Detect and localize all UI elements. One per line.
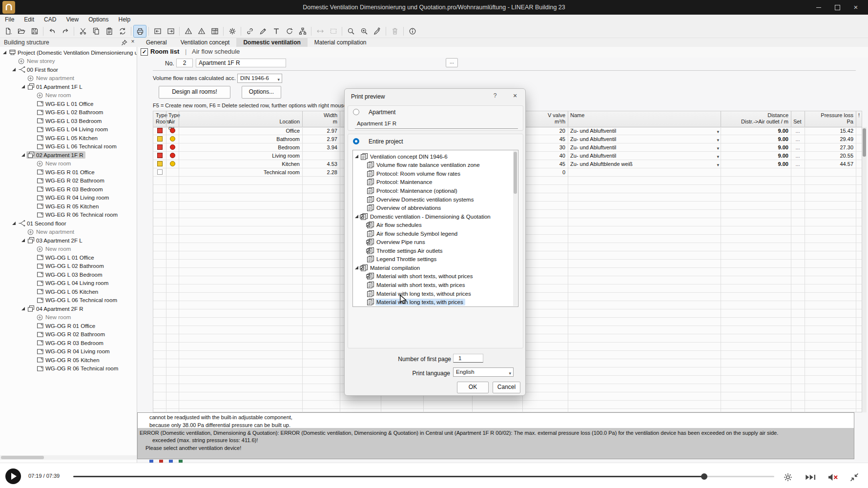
tree-item[interactable]: WG-OG R 02 Bathroom [0,330,137,339]
room-list-checkbox[interactable]: ✓ [141,48,148,56]
tab-room-list[interactable]: Room list [150,48,179,55]
zoom-icon[interactable] [345,25,357,37]
sync-icon[interactable] [283,25,295,37]
tree-item[interactable]: WG-OG L 06 Technical room [0,296,137,305]
delete-trash-icon[interactable] [389,25,401,37]
tree-item[interactable]: WG-EG R 06 Technical room [0,211,137,220]
volume-muted-icon[interactable] [827,471,839,483]
tree-item[interactable]: New storey [0,57,137,66]
tree-item[interactable]: New room [0,160,137,168]
first-page-input[interactable]: 1 [453,354,483,363]
error-message-line[interactable]: ERROR (Domestic ventilation, Dimensionin… [140,429,778,437]
progress-bar[interactable] [73,476,774,477]
menu-options[interactable]: Options [83,16,113,23]
progress-knob[interactable] [701,473,707,480]
errors-icon[interactable] [195,25,207,37]
open-folder-icon[interactable] [15,25,27,37]
chevron-down-icon[interactable]: ▾ [717,153,719,160]
tree-item[interactable]: WG-EG L 06 Technical room [0,142,137,151]
chevron-down-icon[interactable]: ▾ [717,128,719,135]
print-item[interactable]: >Material with long texts, with prices [361,298,465,306]
settings-gear-icon[interactable] [226,25,238,37]
playback-speed-icon[interactable] [805,471,816,483]
tab-air-flow-schedule[interactable]: Air flow schedule [192,48,240,55]
tree-item[interactable]: WG-EG L 05 Kitchen [0,134,137,142]
column-header-alert[interactable]: ! [856,111,862,127]
ok-button[interactable]: OK [457,382,489,393]
tree-item[interactable]: WG-OG R 04 Living room [0,347,137,356]
print-item[interactable]: >Air flow schedule Symbol legend [361,229,459,238]
next-view-icon[interactable] [165,25,177,37]
copy-icon[interactable] [90,25,102,37]
dialog-help-button[interactable]: ? [491,92,499,99]
tree-item[interactable]: WG-EG R 03 Bedroom [0,185,137,194]
tab-domestic-ventilation[interactable]: Domestic ventilation [236,38,307,47]
tree-item[interactable]: New room [0,91,137,100]
menu-file[interactable]: File [0,16,19,23]
settings-gear-icon[interactable] [782,471,794,483]
report-tree-scrollbar[interactable] [513,151,517,306]
link-icon[interactable] [244,25,256,37]
set-ellipsis-button[interactable]: ... [794,163,802,168]
dialog-close-button[interactable]: × [511,92,519,100]
minimize-button[interactable] [811,0,826,15]
message-line[interactable]: cannot be readjusted with the built-in a… [149,414,292,421]
column-header-pressure_loss[interactable]: Pressure lossPa [805,111,856,127]
entire-project-radio[interactable] [353,138,359,144]
tree-item[interactable]: 04 Apartment 2F R [0,305,137,313]
new-document-icon[interactable] [2,25,14,37]
tree-item[interactable]: WG-OG L 05 Kitchen [0,287,137,296]
zoom-plus-icon[interactable] [358,25,370,37]
tree-item[interactable]: New apartment [0,74,137,83]
message-line[interactable]: because only 38.00 Pa differential press… [149,422,290,429]
tree-item[interactable]: WG-OG L 04 Living room [0,279,137,288]
print-item[interactable]: Material compilation [354,264,422,272]
tree-item[interactable]: WG-EG L 03 Bedroom [0,117,137,125]
tree-item[interactable]: 01 Apartment 1F L [0,82,137,91]
set-ellipsis-button[interactable]: ... [794,154,802,160]
design-all-rooms-button[interactable]: Design all rooms! [159,86,230,99]
print-item[interactable]: Air flow schedules [361,221,424,229]
apartment-name-field[interactable]: Apartment 1F R [196,59,286,67]
play-button[interactable] [5,468,21,484]
tree-item[interactable]: WG-OG L 03 Bedroom [0,270,137,279]
chevron-down-icon[interactable]: ▾ [717,161,719,168]
print-item[interactable]: >Material with long texts, without price… [361,289,473,298]
exit-fullscreen-icon[interactable] [848,471,860,483]
tree-item[interactable]: WG-OG L 02 Bathroom [0,262,137,271]
draw-pen-icon[interactable] [257,25,269,37]
print-item[interactable]: >Protocol: Room volume flow rates [361,169,462,178]
cut-icon[interactable] [77,25,89,37]
print-language-select[interactable]: English▾ [453,367,514,377]
tree-item[interactable]: WG-OG R 06 Technical room [0,365,137,373]
column-header-set[interactable]: Set [791,111,805,127]
selection-marquee-icon[interactable] [327,25,339,37]
column-header-type_air[interactable]: TypeAir ou [166,111,179,127]
tree-item[interactable]: WG-EG L 04 Living room [0,125,137,134]
tree-item[interactable]: WG-OG R 03 Bedroom [0,339,137,347]
error-message-line[interactable]: Please select another ventilation device… [145,445,241,452]
column-header-v_valve[interactable]: V valvem³/h [522,111,568,127]
tree-item[interactable]: 00 First floor [0,65,137,74]
print-item[interactable]: >Material with short texts, with prices [361,281,467,289]
column-header-width[interactable]: Widthm [302,111,340,127]
print-item[interactable]: >Volume flow rate balance ventilation zo… [361,161,482,170]
print-item[interactable]: >Legend Throttle settings [361,255,438,264]
replace-icon[interactable] [116,25,128,37]
tree-item[interactable]: WG-EG L 01 Office [0,100,137,108]
tree-item[interactable]: New room [0,245,137,254]
tree-item[interactable]: WG-EG R 01 Office [0,168,137,177]
tree-item[interactable]: 01 Second floor [0,219,137,228]
set-ellipsis-button[interactable]: ... [794,138,802,143]
print-item[interactable]: Throttle settings Air outlets [361,246,445,255]
table-vertical-scrollbar[interactable] [862,127,867,412]
tree-item[interactable]: WG-EG L 02 Bathroom [0,108,137,117]
chevron-down-icon[interactable]: ▾ [717,136,719,143]
tree-item[interactable]: WG-OG L 01 Office [0,253,137,262]
save-icon[interactable] [28,25,41,37]
calculation-table-icon[interactable] [208,25,221,37]
tree-horizontal-scrollbar[interactable] [0,455,137,460]
options-button[interactable]: Options... [242,86,281,99]
calc-standard-dropdown[interactable]: DIN 1946-6▾ [237,74,282,83]
column-header-name[interactable]: Name [568,111,721,127]
